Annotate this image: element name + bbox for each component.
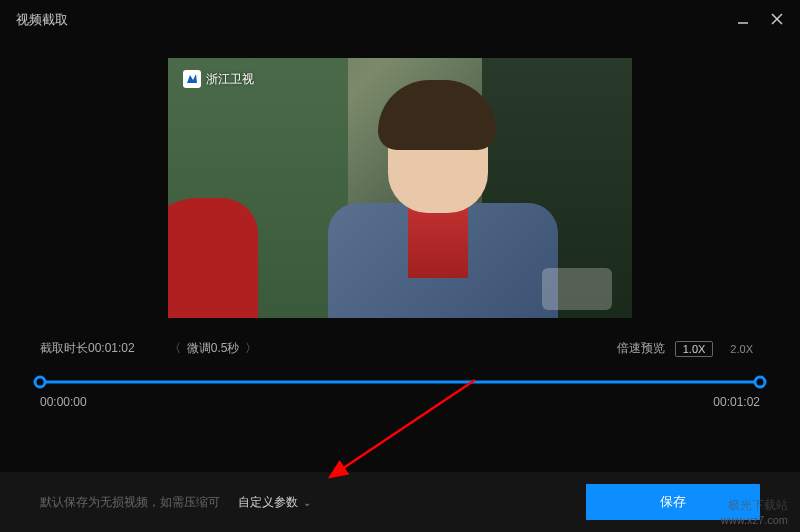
fine-tune-next-icon[interactable]: 〉 xyxy=(245,340,257,357)
save-description: 默认保存为无损视频，如需压缩可 xyxy=(40,494,220,511)
video-frame[interactable]: 浙江卫视 xyxy=(168,58,632,318)
timeline-start-handle[interactable] xyxy=(34,376,47,389)
titlebar: 视频截取 xyxy=(0,0,800,40)
speed-1x-button[interactable]: 1.0X xyxy=(675,341,714,357)
speed-preview: 倍速预览 1.0X 2.0X xyxy=(617,340,760,357)
start-time-label: 00:00:00 xyxy=(40,395,87,409)
fine-tune-control: 〈 微调0.5秒 〉 xyxy=(169,340,258,357)
timeline-track xyxy=(40,381,760,384)
minimize-button[interactable] xyxy=(736,12,750,29)
fine-tune-prev-icon[interactable]: 〈 xyxy=(169,340,181,357)
window-controls xyxy=(736,12,784,29)
custom-params-button[interactable]: 自定义参数 ⌄ xyxy=(238,494,311,511)
custom-params-label: 自定义参数 xyxy=(238,494,298,511)
controls-bar: 截取时长00:01:02 〈 微调0.5秒 〉 倍速预览 1.0X 2.0X 0… xyxy=(0,330,800,409)
channel-name: 浙江卫视 xyxy=(206,71,254,88)
info-row: 截取时长00:01:02 〈 微调0.5秒 〉 倍速预览 1.0X 2.0X xyxy=(40,340,760,357)
video-preview-area: 浙江卫视 xyxy=(0,40,800,330)
bottom-bar: 默认保存为无损视频，如需压缩可 自定义参数 ⌄ 保存 xyxy=(0,472,800,532)
info-left: 截取时长00:01:02 〈 微调0.5秒 〉 xyxy=(40,340,257,357)
channel-badge: 浙江卫视 xyxy=(183,70,254,88)
speed-label: 倍速预览 xyxy=(617,340,665,357)
close-button[interactable] xyxy=(770,12,784,29)
fine-tune-label: 微调0.5秒 xyxy=(187,340,240,357)
time-labels: 00:00:00 00:01:02 xyxy=(40,395,760,409)
window-title: 视频截取 xyxy=(16,11,68,29)
chevron-down-icon: ⌄ xyxy=(303,497,311,508)
end-time-label: 00:01:02 xyxy=(713,395,760,409)
channel-logo-icon xyxy=(183,70,201,88)
bottom-left: 默认保存为无损视频，如需压缩可 自定义参数 ⌄ xyxy=(40,494,311,511)
watermark: 极光下载站 www.xz7.com xyxy=(721,497,788,526)
speed-2x-button[interactable]: 2.0X xyxy=(723,342,760,356)
trim-duration: 截取时长00:01:02 xyxy=(40,340,135,357)
timeline[interactable] xyxy=(40,373,760,391)
timeline-end-handle[interactable] xyxy=(754,376,767,389)
